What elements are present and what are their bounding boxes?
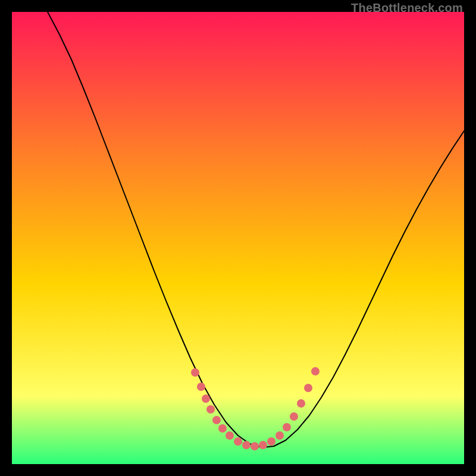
- scatter-dot: [206, 405, 215, 414]
- scatter-dot: [267, 437, 275, 446]
- chart-svg: [12, 12, 464, 464]
- scatter-dot: [283, 423, 291, 431]
- scatter-dot: [202, 394, 210, 403]
- scatter-dot: [212, 416, 221, 424]
- scatter-dot: [218, 424, 227, 433]
- scatter-dot: [304, 384, 312, 392]
- scatter-dot: [191, 368, 199, 377]
- scatter-dot: [234, 437, 242, 446]
- scatter-dot: [290, 412, 298, 421]
- chart-frame: [12, 12, 464, 464]
- scatter-dot: [311, 367, 320, 375]
- scatter-dot: [250, 442, 259, 450]
- scatter-dot: [197, 383, 205, 391]
- scatter-dot: [226, 431, 234, 440]
- scatter-dot: [297, 399, 305, 408]
- scatter-dot: [242, 441, 250, 449]
- scatter-dot: [259, 441, 267, 449]
- watermark-text: TheBottleneck.com: [351, 1, 463, 15]
- scatter-dot: [275, 431, 284, 440]
